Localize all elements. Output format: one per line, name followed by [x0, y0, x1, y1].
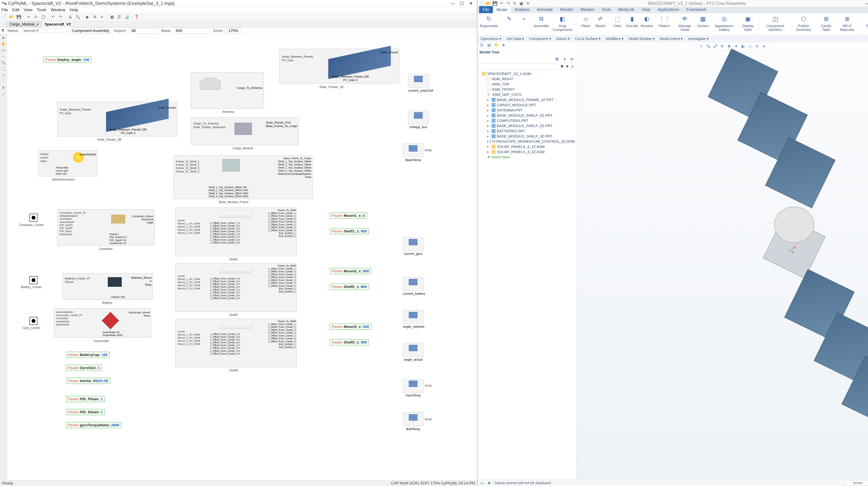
search-icon[interactable]: 🔍 [74, 14, 81, 20]
minimize-button[interactable]: — [448, 1, 457, 6]
redo-icon[interactable]: ↷ [57, 14, 64, 20]
tab-applications[interactable]: Applications [654, 6, 683, 13]
tree-show-icon[interactable]: ▾ [562, 57, 567, 62]
check-icon[interactable]: ✔ [99, 14, 105, 20]
ribbon-component-interface[interactable]: ◫Component Interface [761, 14, 789, 32]
ribbon-revolve[interactable]: ◐Revolve [641, 14, 653, 28]
chart-icon[interactable]: 📊 [123, 14, 130, 20]
block-solar-3b[interactable]: Angle_Between_Panels PV_Gain Angle_Betwe… [57, 102, 177, 136]
grid-icon[interactable]: ▦ [109, 14, 115, 20]
tree-node[interactable]: ▸BATTERIES.PRT [479, 128, 575, 134]
tab-analysis[interactable]: Analysis [511, 6, 533, 13]
menu-tools[interactable]: Tools [37, 7, 46, 12]
paste-icon[interactable]: 📋 [40, 14, 46, 20]
aspect-select[interactable]: All [130, 28, 158, 33]
tree-node[interactable]: ▸ANTENNA.PRT [479, 108, 575, 113]
param-shelf3-z[interactable]: Param Shelf3_z: 900 [330, 339, 369, 346]
regen-icon[interactable]: ↻ [512, 1, 517, 6]
monitor-current-battery[interactable]: current_battery [403, 277, 424, 291]
tree-node[interactable]: ▸BASE_MODULE_SHELF_5Z.PRT [479, 113, 575, 118]
ribbon-bill-of-materials[interactable]: ≣Bill of Materials [837, 14, 857, 32]
block-shelf1[interactable]: conn6 Mount_1_On_Shelf Mount_2_On_Shelf … [175, 207, 297, 256]
cut-icon[interactable]: ✂ [26, 14, 32, 20]
ribbon-drag-components[interactable]: ◧Drag Components [550, 14, 575, 32]
viewport-3d[interactable]: ⤢ 🔍 🔎 ⟳ ✥ ▾ ◐ ▱ ✛ A ↗ [576, 42, 868, 479]
ribbon-hole[interactable]: ⬚Hole [612, 14, 624, 28]
block-attitude[interactable]: Period comm Istart targetAltitude Period… [38, 150, 97, 176]
block-shelf2[interactable]: conn6 Mount_1_On_Shelf Mount_2_On_Shelf … [175, 263, 297, 312]
expand-icon[interactable]: ▸ [487, 134, 490, 138]
param-battery-cap[interactable]: Param BatteryCap: 100 [66, 352, 110, 358]
star-icon[interactable]: ★ [501, 42, 506, 48]
expand-icon[interactable]: ▸ [487, 124, 490, 128]
ribbon-appearance-gallery[interactable]: ◎Appearance Gallery [711, 14, 737, 32]
print-icon[interactable]: 🖨 [67, 14, 73, 20]
param-mount3-x[interactable]: Param Mount3_x: 000 [330, 324, 371, 330]
ribbon-family-table[interactable]: ⊞Family Table [818, 14, 835, 32]
expand-icon[interactable]: ✶ [565, 64, 569, 69]
ribbon-reference-viewer[interactable]: ⊡Reference Viewer [862, 14, 868, 32]
block-computer[interactable]: Computers_Center_Pt AltitudeSetpoint con… [57, 209, 155, 246]
name-field[interactable] [22, 29, 67, 32]
block-antenna[interactable]: Cargo_To_Antenna [191, 72, 264, 109]
expand-icon[interactable]: ▸ [487, 150, 490, 154]
subbar-modifiers[interactable]: Modifiers ▾ [606, 37, 624, 41]
monitor-basetemp[interactable]: BaseTemptemp [403, 143, 424, 157]
ribbon-display-style[interactable]: ▣Display Style [740, 14, 756, 32]
tab-framework[interactable]: Framework [683, 6, 710, 13]
sel-filter[interactable]: Smart [846, 480, 868, 485]
ribbon-manage-views[interactable]: 👁Manage Views [676, 14, 694, 32]
block-cargo-module[interactable]: Cargo_To_Antenna Solar_Panels_Starboard … [191, 117, 299, 145]
zoom-icon[interactable]: 🔍 [1, 60, 6, 65]
port-gyro-center[interactable] [30, 317, 37, 325]
tree-settings-icon[interactable]: 🛠 [555, 57, 560, 62]
subbar-model[interactable]: Model Display ▾ [629, 37, 655, 41]
maximize-button[interactable]: ☐ [458, 1, 466, 6]
layers-icon[interactable]: ▤ [487, 42, 492, 48]
expand-icon[interactable]: ▸ [487, 129, 490, 133]
subbar-component[interactable]: Component ▾ [529, 37, 551, 41]
block-solar-3a[interactable]: Angle_Between_Panels PV_Gain Angle_Betwe… [279, 49, 399, 84]
tab-spacecraft-v2[interactable]: Spacecraft_V2 [42, 21, 73, 27]
block-gyroscope[interactable]: AssemblyRoot Gyroscope_Center_Pt control… [54, 308, 151, 338]
block-shelf3[interactable]: conn6 Mount_1_On_Shelf Mount_2_On_Shelf … [175, 319, 297, 367]
tree-node[interactable]: ▸CARGO_MODULE.PRT [479, 102, 575, 108]
param-shelf1-z[interactable]: Param Shelf1_z: 800 [330, 228, 369, 234]
menu-view[interactable]: View [24, 7, 33, 12]
monitor-voltage-bus[interactable]: voltage_bus [408, 110, 429, 124]
annot-icon[interactable]: A [761, 43, 767, 49]
run-icon[interactable]: ▶ [84, 14, 91, 20]
undo-icon[interactable]: ↶ [499, 1, 504, 6]
tree-node[interactable]: ▸COMPUTERS.PRT [479, 118, 575, 123]
tree-node[interactable]: ▸SOLAR_PANELS_3_1Z.ASM [479, 144, 575, 149]
ribbon-publish-geometry[interactable]: ⬡Publish Geometry [792, 14, 815, 32]
ribbon-assemble[interactable]: ⧉Assemble [535, 14, 548, 28]
block-base-module-frame[interactable]: Frame_To_Shelf_1 Frame_To_Shelf_2 Frame_… [174, 156, 312, 199]
copy-icon[interactable]: ⎘ [33, 14, 39, 20]
subbar-model[interactable]: Model Intent ▾ [660, 37, 683, 41]
tab-view[interactable]: View [638, 6, 654, 13]
expand-icon[interactable]: ▸ [487, 98, 490, 102]
hand-icon[interactable]: ✋ [1, 41, 6, 46]
menu-edit[interactable]: Edit [12, 7, 20, 12]
expand-icon[interactable]: ▸ [487, 114, 490, 118]
monitor-gyrotemp[interactable]: GyroTemptemp [403, 379, 424, 393]
subbar-datum[interactable]: Datum ▾ [556, 37, 570, 41]
tab-cargo-module[interactable]: Cargo_Module_v [7, 21, 41, 27]
subbar-investigate[interactable]: Investigate ▾ [688, 37, 709, 41]
shading-icon[interactable]: ◐ [740, 43, 746, 49]
ribbon-plane[interactable]: ▱Plane [580, 14, 592, 28]
datum-icon[interactable]: ▱ [747, 43, 753, 49]
port-computer-center[interactable] [30, 214, 37, 222]
close-win-icon[interactable]: ✕ [525, 1, 530, 6]
tree-node[interactable]: ✛ASM_DEF_CSYS [479, 92, 575, 97]
tab-tools[interactable]: Tools [598, 6, 615, 13]
windows-icon[interactable]: ▣ [519, 1, 524, 6]
expand-icon[interactable]: ▸ [487, 144, 490, 149]
tree-node[interactable]: ▸GYROSCOPE_MOMENTUM_CONTROL_6Z.ASM [479, 139, 575, 144]
tree-node[interactable]: ▸BASE_MODULE_SHELF_0Z.PRT [479, 123, 575, 128]
monitor-angle-actual[interactable]: angle_actual [403, 343, 424, 357]
tab-metalink[interactable]: MetaLink [615, 6, 638, 13]
selection-icon[interactable]: ▭ [480, 481, 484, 485]
tree-node[interactable]: ✦Insert Here [479, 155, 575, 160]
